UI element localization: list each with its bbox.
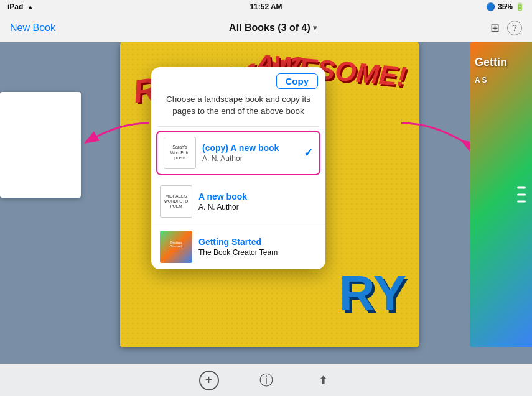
comic-ry-text: RY [339,265,406,322]
modal-divider [157,126,319,127]
book-author-1: A. N. Author [202,154,304,163]
help-icon[interactable]: ? [507,21,522,35]
book-left-thumbnail [0,92,81,198]
status-bar: iPad ▲ 11:52 AM 🔵 35% 🔋 [0,0,532,14]
battery-icon: 🔋 [515,2,525,11]
share-icon: ⬆ [319,374,328,387]
status-right: 🔵 35% 🔋 [486,2,525,11]
bluetooth-icon: 🔵 [486,2,495,11]
main-content: ROOM 12'S AWESOME! ITO RY Gettin A S [0,42,532,396]
book-list-item-3[interactable]: GettingStarted————— Getting Started The … [151,224,325,269]
book-right-thumbnail: Gettin A S [470,42,532,347]
book-right-subtitle: A S [475,75,527,86]
book-author-2: A. N. Author [198,203,317,211]
add-button[interactable]: + [199,371,219,390]
copy-modal: Copy Choose a landscape book and copy it… [151,67,325,269]
dot-dash-3 [517,201,526,203]
wifi-icon: ▲ [27,3,34,11]
book-info-2: A new book A. N. Author [198,191,317,211]
dot-dash-2 [517,194,526,196]
book-right-title: Gettin [475,55,527,70]
bottom-toolbar: + ⓘ ⬆ [0,364,532,396]
book-title-3: Getting Started [198,237,317,247]
book-thumb-2: MICHAEL'S WORDFOTO POEM [160,185,192,218]
nav-right-buttons: ⊞ ? [490,21,522,35]
copy-button[interactable]: Copy [276,73,319,89]
status-time: 11:52 AM [250,2,282,11]
battery-percent: 35% [498,2,513,11]
modal-header: Copy [151,67,325,91]
modal-description: Choose a landscape book and copy its pag… [151,91,325,126]
chevron-down-icon[interactable]: ▾ [313,24,317,32]
nav-title: All Books (3 of 4) ▾ [229,22,317,34]
new-book-button[interactable]: New Book [10,22,55,34]
book-thumb-3: GettingStarted————— [160,231,192,263]
book-info-3: Getting Started The Book Creator Team [198,237,317,257]
nav-bar: New Book All Books (3 of 4) ▾ ⊞ ? [0,14,532,42]
check-mark-icon: ✓ [304,146,313,160]
book-list-item-2[interactable]: MICHAEL'S WORDFOTO POEM A new book A. N.… [151,179,325,224]
grid-view-icon[interactable]: ⊞ [490,21,500,35]
book-title-2: A new book [198,191,317,201]
status-left: iPad ▲ [7,2,34,11]
book-list-item-1[interactable]: Sarah's WordFoto poem (copy) A new book … [156,131,320,175]
info-icon: ⓘ [259,371,273,390]
book-info-1: (copy) A new book A. N. Author [202,143,304,163]
info-button[interactable]: ⓘ [256,371,276,390]
book-author-3: The Book Creator Team [198,248,317,257]
book-title-1: (copy) A new book [202,143,304,153]
dot-dash-1 [517,187,526,189]
share-button[interactable]: ⬆ [314,371,334,390]
book-right-content: Gettin A S [470,42,532,347]
ipad-label: iPad [7,2,23,11]
book-right-dots [517,187,526,203]
all-books-title: All Books (3 of 4) [229,22,310,34]
book-thumb-1: Sarah's WordFoto poem [164,137,196,169]
